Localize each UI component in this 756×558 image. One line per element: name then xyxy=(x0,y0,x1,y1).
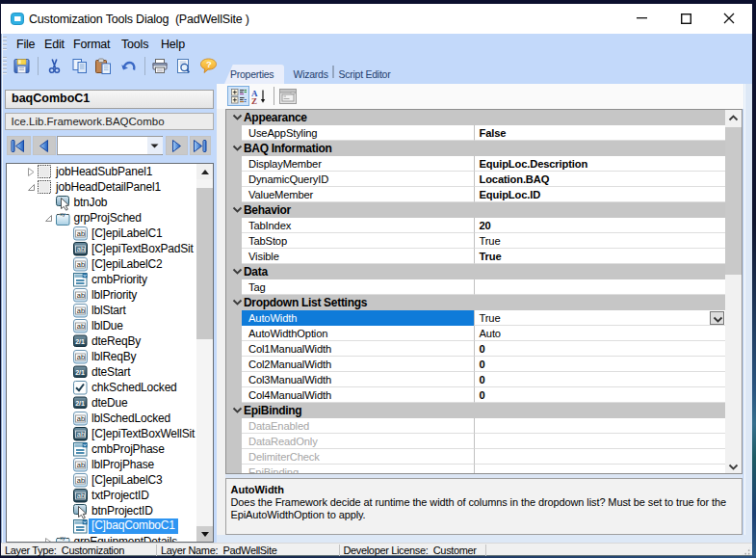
svg-text:ab: ab xyxy=(77,260,85,269)
svg-text:ab: ab xyxy=(77,492,85,500)
svg-text:ab: ab xyxy=(77,461,85,469)
svg-text:2/1: 2/1 xyxy=(75,400,85,407)
svg-text:2/1: 2/1 xyxy=(75,369,85,376)
svg-text:ab: ab xyxy=(77,291,85,300)
svg-text:ab: ab xyxy=(77,306,85,315)
svg-text:ab: ab xyxy=(77,353,85,361)
svg-text:ab: ab xyxy=(77,322,85,331)
svg-text:Z: Z xyxy=(251,95,257,104)
svg-text:2/1: 2/1 xyxy=(75,338,85,345)
svg-text:xy: xy xyxy=(60,211,65,217)
svg-text:ab: ab xyxy=(77,245,85,253)
svg-text:ab: ab xyxy=(77,414,85,423)
svg-text:ab: ab xyxy=(77,229,85,238)
svg-text:?: ? xyxy=(206,59,212,69)
svg-text:xy: xy xyxy=(60,535,65,541)
svg-text:ab: ab xyxy=(77,476,85,485)
svg-text:ab: ab xyxy=(77,430,85,438)
